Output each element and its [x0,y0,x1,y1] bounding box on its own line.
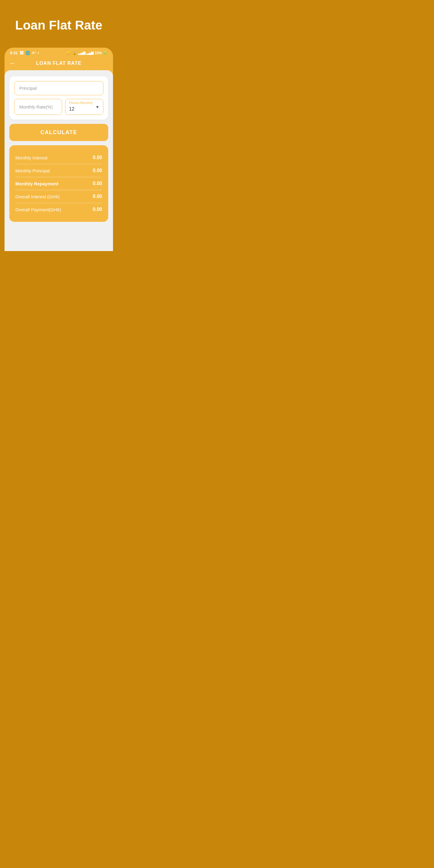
overall-interest-value: 0.00 [93,194,102,199]
overall-interest-label: Overall Interest (GH¢) [16,194,60,199]
results-card: Monthly Interest 0.00 Monthly Principal … [9,145,108,222]
photo-icon: 🖼 [20,51,24,55]
phone-shell: 8:31 🖼 🌐 Aˣ • 🔑 🔒 ▂▄▆ ▂▄▆ 33% 🔋 ← LOAN F… [4,48,113,251]
overall-interest-row: Overall Interest (GH¢) 0.00 [16,190,102,203]
overall-payment-row: Overall Payment(GH¢) 0.00 [16,203,102,216]
monthly-principal-value: 0.00 [93,168,102,173]
back-button[interactable]: ← [9,59,16,67]
period-wrapper: Period (Months) 1 2 3 6 12 18 24 36 48 6… [65,99,103,115]
principal-input[interactable] [14,81,103,95]
font-icon: Aˣ [32,51,36,55]
lock-icon: 🔒 [72,51,77,55]
page-title: Loan Flat Rate [9,18,108,33]
monthly-interest-label: Monthly Interest [16,155,48,160]
monthly-principal-row: Monthly Principal 0.00 [16,164,102,177]
content-area: Period (Months) 1 2 3 6 12 18 24 36 48 6… [4,70,113,251]
monthly-interest-row: Monthly Interest 0.00 [16,151,102,164]
monthly-repayment-label: Monthly Repayment [16,181,59,186]
calculate-button[interactable]: CALCULATE [9,124,108,141]
signal-bars: ▂▄▆ ▂▄▆ [78,51,93,55]
monthly-repayment-value: 0.00 [93,181,102,186]
monthly-rate-input[interactable] [14,99,62,115]
status-bar: 8:31 🖼 🌐 Aˣ • 🔑 🔒 ▂▄▆ ▂▄▆ 33% 🔋 [4,48,113,58]
outer-background: Loan Flat Rate 8:31 🖼 🌐 Aˣ • 🔑 🔒 ▂▄▆ ▂▄▆… [0,0,118,251]
battery-icon: 🔋 [103,51,107,55]
key-icon: 🔑 [67,51,71,55]
monthly-principal-label: Monthly Principal [16,168,50,173]
nav-title: LOAN FLAT RATE [36,61,82,66]
dot-indicator: • [38,51,39,55]
input-card: Period (Months) 1 2 3 6 12 18 24 36 48 6… [9,76,108,120]
nav-bar: ← LOAN FLAT RATE [4,58,113,70]
input-row: Period (Months) 1 2 3 6 12 18 24 36 48 6… [14,99,103,115]
status-left: 8:31 🖼 🌐 Aˣ • [10,51,39,55]
time-display: 8:31 [10,51,18,55]
overall-payment-value: 0.00 [93,207,102,212]
overall-payment-label: Overall Payment(GH¢) [16,207,61,212]
monthly-interest-value: 0.00 [93,155,102,160]
battery-level: 33% [95,51,102,55]
monthly-repayment-row: Monthly Repayment 0.00 [16,177,102,190]
status-right: 🔑 🔒 ▂▄▆ ▂▄▆ 33% 🔋 [67,51,107,55]
period-label: Period (Months) [69,101,93,104]
globe-icon: 🌐 [25,51,30,55]
